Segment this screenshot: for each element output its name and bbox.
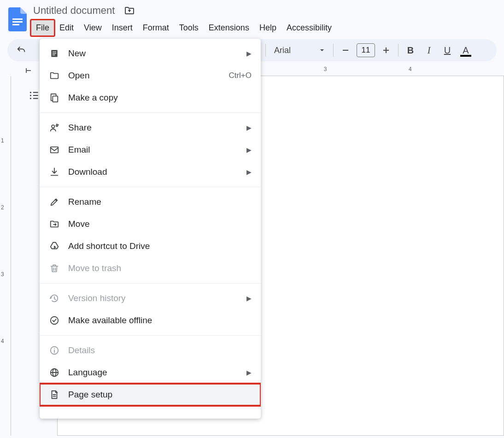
menu-item-label: Language — [68, 367, 238, 378]
globe-icon — [49, 367, 60, 378]
ruler-number: 3 — [1, 271, 4, 278]
file-menu-download[interactable]: Download▶ — [40, 161, 261, 183]
svg-rect-0 — [12, 18, 23, 20]
ruler-number: 4 — [1, 338, 4, 344]
toolbar-separator — [333, 44, 334, 57]
svg-rect-14 — [53, 53, 56, 53]
menu-separator — [40, 335, 261, 336]
underline-button[interactable]: U — [439, 42, 456, 59]
font-size-input[interactable] — [357, 43, 375, 57]
page-icon — [49, 389, 60, 400]
file-menu-make-a-copy[interactable]: Make a copy — [40, 87, 261, 109]
header: Untitled document FileEditViewInsertForm… — [0, 0, 504, 36]
menu-view[interactable]: View — [79, 20, 106, 36]
toolbar-separator — [398, 44, 399, 57]
svg-point-17 — [52, 125, 54, 128]
file-menu-details: Details — [40, 339, 261, 361]
svg-point-25 — [54, 348, 55, 349]
docs-logo-icon[interactable] — [7, 6, 28, 33]
document-title[interactable]: Untitled document — [31, 4, 117, 18]
file-menu-language[interactable]: Language▶ — [40, 361, 261, 384]
increase-font-size-button[interactable] — [378, 42, 394, 59]
menu-separator — [40, 283, 261, 284]
file-menu-make-available-offline[interactable]: Make available offline — [40, 309, 261, 331]
file-menu-page-setup[interactable]: Page setup — [40, 384, 261, 406]
move-icon — [49, 219, 60, 230]
menu-extensions[interactable]: Extensions — [204, 20, 254, 36]
toolbar-separator — [265, 44, 266, 57]
doc-icon — [49, 48, 60, 59]
svg-point-8 — [30, 98, 31, 99]
font-family-select[interactable]: Arial — [270, 42, 329, 59]
svg-rect-16 — [53, 96, 58, 102]
menu-edit[interactable]: Edit — [55, 20, 78, 36]
move-to-folder-icon[interactable] — [123, 4, 136, 17]
file-menu-add-shortcut-to-drive[interactable]: Add shortcut to Drive — [40, 235, 261, 257]
menu-insert[interactable]: Insert — [107, 20, 137, 36]
drive-shortcut-icon — [49, 241, 60, 252]
file-menu-new[interactable]: New▶ — [40, 42, 261, 65]
menu-separator — [40, 112, 261, 113]
title-area: Untitled document FileEditViewInsertForm… — [31, 4, 336, 36]
menu-item-label: Open — [68, 71, 220, 81]
tab-stop-icon[interactable] — [24, 66, 33, 75]
menu-format[interactable]: Format — [138, 20, 174, 36]
svg-point-7 — [30, 95, 31, 96]
file-menu-move[interactable]: Move — [40, 213, 261, 235]
share-icon — [49, 122, 60, 133]
font-size-control — [337, 42, 394, 59]
menu-item-label: Download — [68, 167, 238, 177]
menu-item-label: Move to trash — [68, 263, 252, 273]
italic-button[interactable]: I — [421, 42, 437, 59]
menu-item-label: Make available offline — [68, 315, 252, 326]
offline-icon — [49, 315, 60, 326]
history-icon — [49, 293, 60, 304]
file-menu-open[interactable]: OpenCtrl+O — [40, 65, 261, 87]
menu-file[interactable]: File — [30, 19, 55, 37]
ruler-number: 1 — [1, 137, 4, 144]
undo-button[interactable] — [13, 42, 29, 59]
file-menu-move-to-trash: Move to trash — [40, 257, 261, 279]
download-icon — [49, 166, 60, 178]
menu-help[interactable]: Help — [255, 20, 281, 36]
font-family-value: Arial — [274, 46, 291, 55]
menu-item-label: Rename — [68, 197, 252, 207]
ruler-number: 3 — [324, 66, 327, 72]
title-row: Untitled document — [31, 4, 336, 18]
mail-icon — [49, 144, 60, 155]
menu-separator — [40, 187, 261, 187]
svg-rect-15 — [53, 55, 55, 55]
text-color-button[interactable]: A — [457, 42, 474, 59]
file-menu-share[interactable]: Share▶ — [40, 117, 261, 139]
menu-item-label: Make a copy — [68, 93, 252, 103]
menu-item-label: Share — [68, 123, 238, 133]
file-menu-rename[interactable]: Rename — [40, 191, 261, 213]
svg-rect-2 — [12, 24, 19, 25]
file-menu-dropdown: New▶OpenCtrl+OMake a copyShare▶Email▶Dow… — [40, 39, 261, 419]
submenu-arrow-icon: ▶ — [246, 295, 252, 302]
menu-item-label: Page setup — [68, 390, 252, 400]
trash-icon — [49, 263, 60, 274]
svg-rect-3 — [343, 50, 348, 51]
menubar: FileEditViewInsertFormatToolsExtensionsH… — [31, 20, 336, 36]
decrease-font-size-button[interactable] — [337, 42, 354, 59]
submenu-arrow-icon: ▶ — [246, 146, 252, 154]
submenu-arrow-icon: ▶ — [246, 124, 252, 131]
menu-tools[interactable]: Tools — [175, 20, 203, 36]
svg-point-22 — [51, 317, 59, 325]
svg-rect-5 — [386, 47, 387, 53]
file-menu-email[interactable]: Email▶ — [40, 139, 261, 161]
vertical-ruler[interactable]: 1234 — [0, 76, 11, 436]
bold-button[interactable]: B — [402, 42, 419, 59]
info-icon — [49, 345, 60, 356]
svg-rect-1 — [12, 21, 23, 23]
ruler-number: 2 — [1, 204, 4, 211]
svg-rect-13 — [53, 52, 56, 52]
menu-accessibility[interactable]: Accessibility — [282, 20, 336, 36]
svg-point-6 — [30, 92, 31, 93]
copy-icon — [49, 92, 60, 103]
file-menu-version-history: Version history▶ — [40, 287, 261, 309]
menu-item-label: New — [68, 48, 238, 59]
menu-item-label: Email — [68, 145, 238, 155]
ruler-number: 4 — [409, 66, 412, 72]
